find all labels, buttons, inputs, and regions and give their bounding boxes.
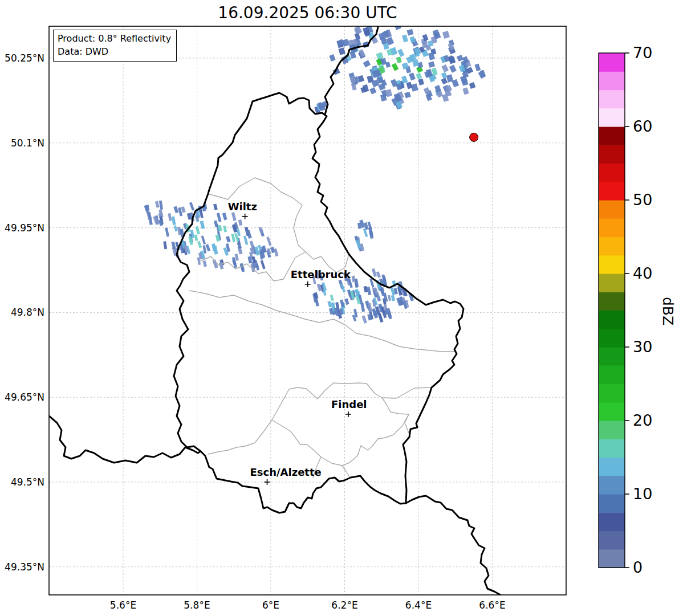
radar-echo-cell xyxy=(363,60,371,67)
radar-echo-cell xyxy=(163,241,167,249)
colorbar-segment xyxy=(599,53,625,72)
radar-echo-cell xyxy=(213,203,218,210)
colorbar-segment xyxy=(599,292,625,311)
product-line: Product: 0.8° Reflectivity xyxy=(58,32,171,45)
plot-frame xyxy=(49,26,566,595)
radar-echo-cell xyxy=(474,63,481,71)
colorbar-segment xyxy=(599,421,625,439)
radar-echo-cell xyxy=(238,219,242,226)
y-tick-label: 49.35°N xyxy=(5,561,44,573)
radar-echo-cell xyxy=(214,221,218,227)
colorbar-segment xyxy=(599,255,625,274)
country-border-line xyxy=(406,496,501,595)
y-tick-label: 50.25°N xyxy=(5,52,44,64)
colorbar-tick-label: 60 xyxy=(633,117,652,135)
colorbar-segment xyxy=(599,311,625,329)
radar-echo-cell xyxy=(478,71,486,79)
radar-echo-cell xyxy=(369,230,373,239)
city-label: Findel xyxy=(331,398,367,410)
radar-echo-cell xyxy=(231,212,237,221)
district-border-line xyxy=(208,420,272,454)
radar-echo-cell xyxy=(155,201,160,208)
city-label: Ettelbruck xyxy=(291,268,351,280)
colorbar-segment xyxy=(599,237,625,256)
radar-echo-cell xyxy=(449,65,457,73)
map-canvas: WiltzEttelbruckFindelEsch/Alzette 5.6°E5… xyxy=(0,0,675,616)
city-label: Wiltz xyxy=(228,201,257,213)
colorbar-tick-label: 30 xyxy=(633,338,652,356)
y-tick-label: 49.95°N xyxy=(5,222,44,234)
colorbar-segment xyxy=(599,384,625,403)
colorbar-segment xyxy=(599,329,625,348)
colorbar-segment xyxy=(599,531,625,550)
radar-echo-cell xyxy=(469,82,476,89)
radar-echo-cell xyxy=(362,316,367,324)
radar-echo-cell xyxy=(330,295,334,301)
radar-echo-cell xyxy=(274,248,278,257)
radar-echo-cell xyxy=(376,52,383,59)
colorbar-tick-label: 20 xyxy=(633,411,652,429)
colorbar-segment xyxy=(599,347,625,366)
radar-echo-cell xyxy=(194,234,198,241)
radar-echo-cell xyxy=(200,210,204,218)
radar-echo-cell xyxy=(462,87,469,95)
district-border-line xyxy=(405,414,409,434)
radar-echo-cell xyxy=(266,236,271,246)
radar-echo-cell xyxy=(369,87,376,95)
radar-echo-cell xyxy=(441,77,448,84)
radar-echo-cell xyxy=(172,217,176,226)
graticule-grid xyxy=(49,26,566,595)
country-border-line xyxy=(174,93,463,513)
radar-echo-cell xyxy=(197,241,202,248)
colorbar-segment xyxy=(599,200,625,219)
radar-echo-cell xyxy=(391,295,395,301)
y-axis-labels: 50.25°N50.1°N49.95°N49.8°N49.65°N49.5°N4… xyxy=(5,52,44,573)
colorbar-segment xyxy=(599,127,625,145)
radar-echo-cell xyxy=(217,213,222,222)
radar-echo-cell xyxy=(173,206,178,214)
colorbar-segment xyxy=(599,71,625,90)
city-findel: Findel xyxy=(331,398,367,417)
y-tick-label: 49.5°N xyxy=(11,476,44,488)
colorbar-segment xyxy=(599,182,625,201)
radar-echo-cell xyxy=(237,242,242,248)
radar-echo-cell xyxy=(243,236,248,245)
radar-echo-cell xyxy=(344,298,349,305)
district-border-line xyxy=(189,291,454,352)
district-border-line xyxy=(382,387,432,398)
radar-echo-cell xyxy=(412,59,419,67)
radar-echo-cell xyxy=(402,35,408,43)
y-tick-label: 50.1°N xyxy=(11,137,44,149)
colorbar-segment xyxy=(599,365,625,384)
x-tick-label: 6°E xyxy=(262,599,279,611)
radar-echo-cell xyxy=(457,55,463,62)
radar-echo-cell xyxy=(201,235,206,244)
colorbar-segment xyxy=(599,458,625,476)
colorbar-tick-label: 50 xyxy=(633,191,652,209)
radar-site-dot xyxy=(470,133,478,141)
colorbar-tick-label: 40 xyxy=(633,264,652,282)
colorbar-unit-label: dBZ xyxy=(660,297,675,325)
radar-echo-cell xyxy=(428,62,435,68)
colorbar-segment xyxy=(599,512,625,531)
radar-echo-cell xyxy=(404,92,411,99)
colorbar-segment xyxy=(599,494,625,513)
radar-map-figure: WiltzEttelbruckFindelEsch/Alzette 5.6°E5… xyxy=(0,0,675,616)
city-label: Esch/Alzette xyxy=(250,466,322,478)
radar-echo-cell xyxy=(205,244,210,251)
x-axis-labels: 5.6°E5.8°E6°E6.2°E6.4°E6.6°E xyxy=(110,599,506,611)
map-title: 16.09.2025 06:30 UTC xyxy=(49,3,566,22)
radar-echo-cell xyxy=(354,26,362,34)
radar-echo-cell xyxy=(441,64,449,72)
colorbar-segment xyxy=(599,218,625,237)
colorbar-segment xyxy=(599,90,625,109)
radar-echo-cell xyxy=(409,72,416,80)
radar-echo-cell xyxy=(418,79,424,85)
colorbar-segment xyxy=(599,549,625,568)
colorbar-segment xyxy=(599,402,625,421)
radar-echo-cell xyxy=(392,63,399,71)
radar-echo-cell xyxy=(329,54,335,62)
colorbar-tick-label: 70 xyxy=(633,44,652,62)
radar-echo-cell xyxy=(407,29,414,36)
radar-echo-cell xyxy=(363,229,368,238)
